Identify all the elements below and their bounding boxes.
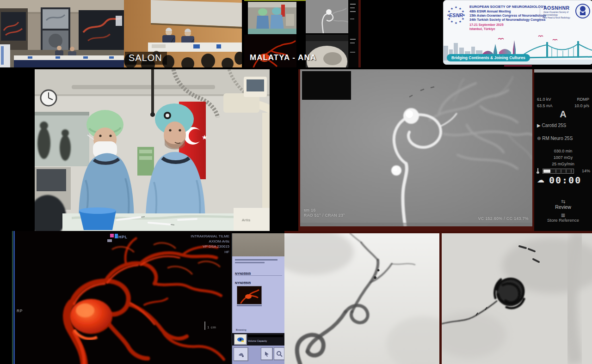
overlay-hpl: HPL xyxy=(118,235,128,239)
angio-angulation-readout: RAO 51° / CRAN 23° xyxy=(304,213,345,218)
live-case-videowall: SALON xyxy=(0,0,592,364)
banner-location: Istanbul, Türkiye xyxy=(469,27,546,31)
blue-basin xyxy=(79,207,116,230)
angio-fov-readout: sm 16 xyxy=(304,208,316,212)
angio-bottom-border xyxy=(298,226,534,231)
mode-readout: RDMP xyxy=(577,97,590,102)
malatya-telemetry-strip xyxy=(348,0,358,67)
ws-series-thumbnail[interactable] xyxy=(237,286,262,304)
banner-divider xyxy=(540,5,540,22)
dsa-image xyxy=(284,233,439,364)
pointer-tool-icon xyxy=(264,351,270,357)
store-reference-label: Store Reference xyxy=(534,218,592,223)
ws-toolbar-label: Volume Capacity xyxy=(248,340,267,342)
ws-toolbar: Volume Capacity xyxy=(232,333,285,346)
ceiling-cable xyxy=(151,69,154,114)
ws-button-row xyxy=(232,346,285,364)
overlay-line-3: VP DSA 230615 xyxy=(191,244,229,249)
program-neuro: RM Neuro 25S xyxy=(542,136,573,141)
timer-readout: 00:00 xyxy=(549,175,581,186)
banner-tagline-pill: Bridging Continents & Joining Cultures xyxy=(447,54,530,61)
svg-text:★: ★ xyxy=(202,133,208,141)
angiography-image: sm 16 RAO 51° / CRAN 23° VC 152.60% / CC… xyxy=(300,69,532,226)
aosnhnr-title: AOSNHNR xyxy=(543,5,570,11)
zoom-tool-icon xyxy=(276,351,283,357)
banner-tagline-text: Bridging Continents & Joining Cultures xyxy=(451,55,525,60)
svg-text:★: ★ xyxy=(459,20,462,24)
ws-tool-button-2[interactable] xyxy=(261,347,273,360)
play-icon: ▶ xyxy=(537,123,541,128)
cloud-icon: ☁ xyxy=(537,176,544,184)
banner-meeting-3: 34th Turkish Society of Neuroradiology C… xyxy=(469,18,546,22)
esnr-logo-text: ESNR xyxy=(449,12,463,18)
scale-bar xyxy=(204,322,205,330)
svg-text:★: ★ xyxy=(450,20,453,24)
ws-tool-button-1[interactable] xyxy=(234,347,248,361)
ws-header-line xyxy=(235,259,278,261)
svg-text:★: ★ xyxy=(455,6,457,9)
edge-line-green xyxy=(12,231,13,364)
aneurysm-3d xyxy=(70,299,112,334)
dose-progress-bar xyxy=(543,169,574,174)
pulse-readout: 10.0 p/s xyxy=(574,103,589,108)
contrast-tool-icon xyxy=(238,351,244,358)
operating-room-photo: ★ xyxy=(35,69,270,231)
kv-readout: 61.0 kV xyxy=(537,97,551,102)
feed-label-malatya: MALATYA - ANA xyxy=(246,52,321,64)
feed-3d-angio: HPL INTRAKRANIAL TILME AXIOM-Artis VP DS… xyxy=(15,231,232,364)
panel-top-strip xyxy=(534,69,592,73)
feed-operating-room: ★ xyxy=(35,69,270,231)
ws-thumb-caption-line xyxy=(237,305,262,306)
ws-patient-item[interactable]: NYN05505 xyxy=(235,281,251,285)
angio-right-border xyxy=(532,69,534,231)
overlay-rp: RP xyxy=(17,309,23,313)
malatya-right-border xyxy=(358,0,361,67)
program-carotid: Carotid 25S xyxy=(542,123,566,128)
ws-patient-header[interactable]: NYN05505 xyxy=(235,272,282,276)
salon-label-text: SALON xyxy=(129,53,162,63)
plane-indicator: A xyxy=(534,109,592,120)
malatya-quadrant-angio xyxy=(306,0,348,33)
feed-conference-hall xyxy=(0,0,124,67)
ws-toolbar-slot xyxy=(248,335,283,337)
conference-hall-photo xyxy=(0,0,124,67)
aosnhnr-badge xyxy=(575,3,591,19)
scale-label: 1 cm xyxy=(207,325,216,329)
eye-icon xyxy=(237,337,244,342)
overlay-line-4: HF xyxy=(191,249,229,255)
overlay-line-1: INTRAKRANIAL TILME xyxy=(191,234,229,239)
banner-footer-mark xyxy=(504,65,532,67)
svg-text:★: ★ xyxy=(450,7,453,11)
svg-text:★: ★ xyxy=(455,21,457,25)
feed-dsa-roadmap xyxy=(284,233,439,364)
dose-percent: 14% xyxy=(582,169,590,173)
feed-angiography-main: sm 16 RAO 51° / CRAN 23° VC 152.60% / CC… xyxy=(298,69,534,231)
ma-readout: 63.5 mA xyxy=(537,103,553,108)
workstation-ui: NYN05505 NYN05505 Browsing Volume Capaci… xyxy=(231,233,285,364)
angio-zoom-readout: VC 152.60% / CC 143.7% xyxy=(478,216,529,221)
dose-readout: 1007 mGy xyxy=(534,155,592,160)
feed-coil-fluoro xyxy=(442,233,592,364)
ceiling-rail xyxy=(72,85,215,89)
thermometer-icon xyxy=(536,168,540,174)
malatya-label-text: MALATYA - ANA xyxy=(250,53,316,62)
protocol-icon: ⊕ xyxy=(537,136,541,141)
feed-label-salon: SALON xyxy=(125,52,167,65)
store-icon: ▦ xyxy=(534,212,592,218)
feed-salon: SALON xyxy=(124,0,242,67)
banner-dates: 17-21 September 2025 xyxy=(469,23,546,27)
review-label: Review xyxy=(534,204,592,210)
fluoro-time-readout: 030.0 min xyxy=(534,149,592,153)
ws-header-line-2 xyxy=(235,262,265,263)
ws-tab-label[interactable]: Browsing xyxy=(236,328,247,331)
malatya-quadrant-or-video xyxy=(248,2,296,34)
machine-label: Artis xyxy=(242,218,251,222)
banner-meeting-2: 15th Asian-Oceanian Congress of Neurorad… xyxy=(469,13,546,18)
ws-eye-button[interactable] xyxy=(234,334,247,345)
esnr-logo: ★★★ ★★★ ★★★ ★★★ ESNR xyxy=(445,4,467,26)
aosnhnr-sub-1: Asian-Oceanian Society of xyxy=(543,11,570,14)
ws-wall-strip xyxy=(232,233,285,256)
banner-meeting-1: 48th ESNR Annual Meeting xyxy=(469,9,546,13)
ws-tool-button-3[interactable] xyxy=(274,347,285,360)
overlay-exam-block: INTRAKRANIAL TILME AXIOM-Artis VP DSA 23… xyxy=(191,234,229,255)
